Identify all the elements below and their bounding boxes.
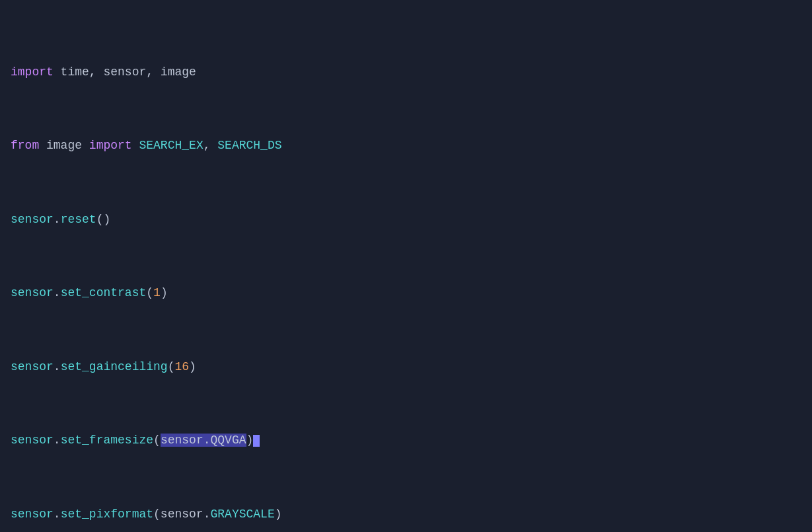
- line-5: sensor.set_gainceiling(16): [11, 358, 801, 377]
- code-editor: import time, sensor, image from image im…: [11, 8, 801, 532]
- line-4: sensor.set_contrast(1): [11, 284, 801, 303]
- line-7: sensor.set_pixformat(sensor.GRAYSCALE): [11, 506, 801, 524]
- line-6: sensor.set_framesize(sensor.QQVGA): [11, 432, 801, 450]
- line-2: from image import SEARCH_EX, SEARCH_DS: [11, 137, 801, 155]
- line-3: sensor.reset(): [11, 211, 801, 229]
- line-1: import time, sensor, image: [11, 63, 801, 82]
